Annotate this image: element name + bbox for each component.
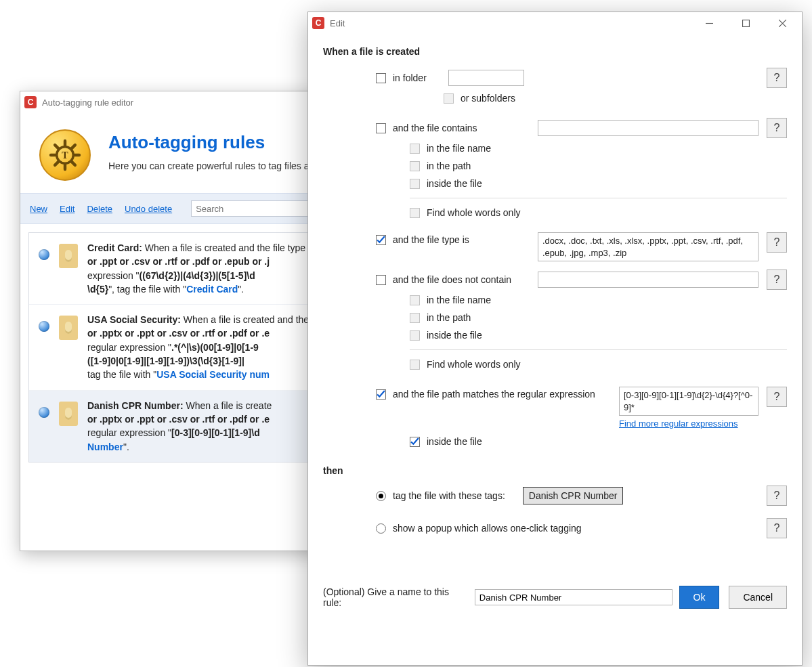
- close-button[interactable]: [767, 12, 798, 34]
- file-type-label: and the file type is: [393, 234, 469, 245]
- regex-inside-file-checkbox[interactable]: [410, 437, 420, 447]
- inside-file-label: inside the file: [427, 178, 482, 189]
- nc-inside-file-checkbox[interactable]: [410, 330, 420, 341]
- nc-in-file-name-checkbox[interactable]: [410, 295, 420, 305]
- not-contain-input[interactable]: [538, 272, 758, 288]
- ok-button[interactable]: Ok: [679, 586, 720, 609]
- app-icon: C: [312, 17, 324, 29]
- status-dot-icon: [39, 321, 49, 332]
- find-more-regex-link[interactable]: Find more regular expressions: [619, 418, 738, 429]
- regex-label: and the file path matches the regular ex…: [393, 389, 595, 400]
- regex-input[interactable]: [0-3][0-9][0-1][1-9]\d{2}-\d{4}?[^0-9]*: [619, 387, 758, 416]
- new-link[interactable]: New: [30, 204, 47, 214]
- file-contains-input[interactable]: [538, 120, 758, 136]
- divider: [410, 198, 787, 198]
- whole-words-checkbox[interactable]: [410, 208, 420, 218]
- file-type-checkbox[interactable]: [376, 235, 386, 245]
- tag-value[interactable]: Danish CPR Number: [523, 487, 624, 504]
- edit-rule-dialog: C Edit When a file is created in folder …: [307, 12, 803, 666]
- delete-link[interactable]: Delete: [87, 204, 112, 214]
- edit-link[interactable]: Edit: [60, 204, 74, 214]
- zip-icon: [59, 244, 78, 268]
- file-contains-checkbox[interactable]: [376, 123, 386, 133]
- help-button[interactable]: ?: [767, 68, 787, 88]
- nc-in-path-checkbox[interactable]: [410, 313, 420, 323]
- titlebar[interactable]: C Edit: [308, 12, 802, 34]
- tag-radio-label: tag the file with these tags:: [393, 490, 505, 501]
- svg-text:T: T: [62, 150, 68, 160]
- folder-path-input[interactable]: [448, 70, 524, 86]
- whole-words-label: Find whole words only: [427, 207, 521, 218]
- file-contains-label: and the file contains: [393, 123, 477, 133]
- subfolders-checkbox[interactable]: [444, 93, 454, 104]
- minimize-button[interactable]: [693, 12, 725, 34]
- in-path-label: in the path: [427, 160, 471, 171]
- in-folder-label: in folder: [393, 72, 427, 83]
- nc-in-path-label: in the path: [427, 312, 471, 323]
- inside-file-checkbox[interactable]: [410, 179, 420, 189]
- rule-name-label: (Optional) Give a name to this rule:: [323, 586, 468, 608]
- nc-inside-file-label: inside the file: [427, 330, 482, 341]
- nc-whole-words-checkbox[interactable]: [410, 360, 420, 370]
- app-icon: C: [24, 96, 37, 108]
- svg-rect-2: [742, 20, 749, 26]
- regex-checkbox[interactable]: [376, 389, 386, 400]
- undo-delete-link[interactable]: Undo delete: [125, 204, 172, 214]
- help-button[interactable]: ?: [767, 387, 787, 407]
- help-button[interactable]: ?: [767, 518, 787, 538]
- in-path-checkbox[interactable]: [410, 161, 420, 171]
- nc-in-file-name-label: in the file name: [427, 295, 491, 305]
- in-file-name-checkbox[interactable]: [410, 144, 420, 154]
- gear-icon: T: [39, 129, 91, 181]
- subfolders-label: or subfolders: [461, 93, 515, 104]
- help-button[interactable]: ?: [767, 232, 787, 253]
- not-contain-checkbox[interactable]: [376, 275, 386, 285]
- help-button[interactable]: ?: [767, 486, 787, 506]
- zip-icon: [59, 316, 78, 340]
- regex-inside-file-label: inside the file: [427, 436, 482, 447]
- window-title: Auto-tagging rule editor: [42, 98, 133, 108]
- zip-icon: [59, 402, 78, 426]
- status-dot-icon: [39, 249, 49, 260]
- cancel-button[interactable]: Cancel: [729, 586, 787, 609]
- section-heading: When a file is created: [323, 46, 787, 57]
- popup-radio-label: show a popup which allows one-click tagg…: [393, 523, 582, 534]
- in-folder-checkbox[interactable]: [376, 73, 386, 83]
- file-type-input[interactable]: .docx, .doc, .txt, .xls, .xlsx, .pptx, .…: [538, 232, 758, 261]
- tag-radio[interactable]: [376, 491, 386, 501]
- nc-whole-words-label: Find whole words only: [427, 359, 521, 370]
- divider: [410, 349, 787, 350]
- window-title: Edit: [330, 18, 345, 28]
- status-dot-icon: [39, 407, 49, 418]
- in-file-name-label: in the file name: [427, 143, 491, 154]
- help-button[interactable]: ?: [767, 270, 787, 290]
- rule-name-input[interactable]: [475, 589, 672, 605]
- then-heading: then: [323, 465, 787, 476]
- not-contain-label: and the file does not contain: [393, 274, 511, 285]
- popup-radio[interactable]: [376, 523, 386, 534]
- maximize-button[interactable]: [730, 12, 761, 34]
- help-button[interactable]: ?: [767, 118, 787, 138]
